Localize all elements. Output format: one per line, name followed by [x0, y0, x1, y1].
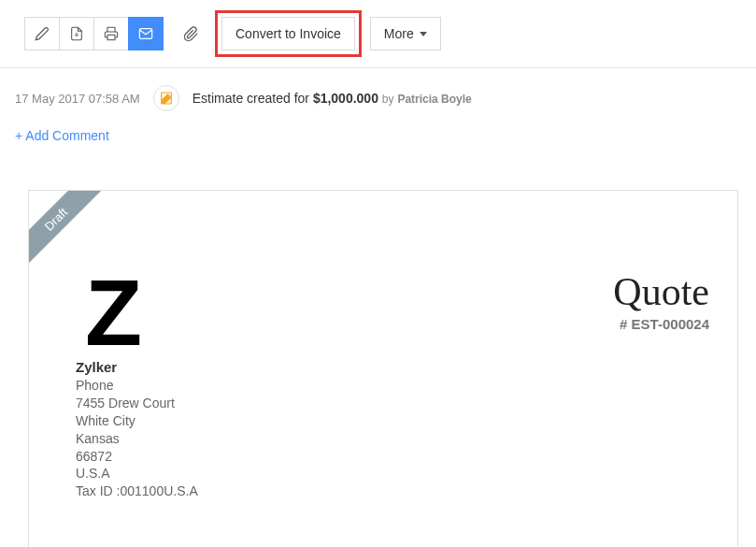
- company-phone: Phone: [76, 377, 198, 395]
- activity-text: Estimate created for $1,000.000 by Patri…: [193, 91, 472, 106]
- company-city: White City: [76, 412, 198, 430]
- mail-icon: [138, 26, 153, 41]
- svg-rect-0: [107, 35, 115, 39]
- paperclip-icon: [183, 26, 199, 42]
- toolbar: Convert to Invoice More: [0, 0, 756, 68]
- activity-row: 17 May 2017 07:58 AM Estimate created fo…: [0, 68, 756, 119]
- document-number: # EST-000024: [613, 316, 709, 332]
- email-button[interactable]: [128, 17, 164, 50]
- company-name: Zylker: [76, 359, 198, 375]
- pencil-icon: [35, 26, 50, 41]
- quote-block: Quote # EST-000024: [613, 269, 709, 332]
- document-area: Draft Z Zylker Phone 7455 Drew Court Whi…: [0, 162, 756, 547]
- company-zip: 66872: [76, 448, 198, 466]
- pdf-button[interactable]: [59, 17, 94, 50]
- activity-prefix: Estimate created for: [193, 91, 309, 106]
- company-address: Phone 7455 Drew Court White City Kansas …: [76, 377, 198, 500]
- activity-user: Patricia Boyle: [397, 93, 471, 106]
- company-street: 7455 Drew Court: [76, 395, 198, 412]
- document-preview: Draft Z Zylker Phone 7455 Drew Court Whi…: [28, 190, 738, 547]
- more-label: More: [384, 26, 414, 41]
- chevron-down-icon: [420, 32, 427, 36]
- company-country: U.S.A: [76, 465, 198, 482]
- activity-by-label: by: [382, 93, 394, 106]
- company-state: Kansas: [76, 430, 198, 448]
- edit-button[interactable]: [24, 17, 60, 50]
- company-logo: Z: [85, 275, 198, 350]
- activity-icon-wrap: [153, 85, 179, 111]
- more-button[interactable]: More: [370, 17, 441, 50]
- convert-highlight-box: Convert to Invoice: [215, 10, 362, 57]
- company-tax: Tax ID :001100U.S.A: [76, 482, 198, 500]
- document-content: Z Zylker Phone 7455 Drew Court White Cit…: [29, 191, 737, 528]
- toolbar-button-group: [24, 17, 164, 50]
- note-icon: [159, 91, 174, 106]
- attachment-button[interactable]: [173, 17, 208, 50]
- activity-amount: $1,000.000: [313, 91, 378, 106]
- pdf-icon: [69, 26, 84, 41]
- print-button[interactable]: [93, 17, 129, 50]
- add-comment-link[interactable]: + Add Comment: [0, 119, 124, 162]
- activity-timestamp: 17 May 2017 07:58 AM: [15, 92, 140, 106]
- document-title: Quote: [613, 269, 709, 314]
- convert-to-invoice-button[interactable]: Convert to Invoice: [221, 17, 355, 50]
- company-block: Z Zylker Phone 7455 Drew Court White Cit…: [76, 275, 198, 500]
- printer-icon: [104, 26, 119, 41]
